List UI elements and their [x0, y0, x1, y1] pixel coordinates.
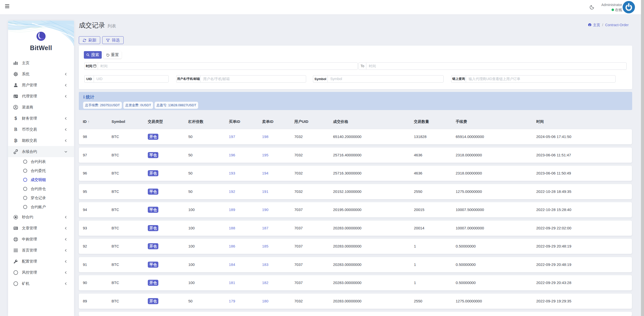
- svg-text:B: B: [14, 127, 17, 132]
- svg-text:₿: ₿: [14, 138, 17, 143]
- svg-text:$: $: [14, 116, 17, 121]
